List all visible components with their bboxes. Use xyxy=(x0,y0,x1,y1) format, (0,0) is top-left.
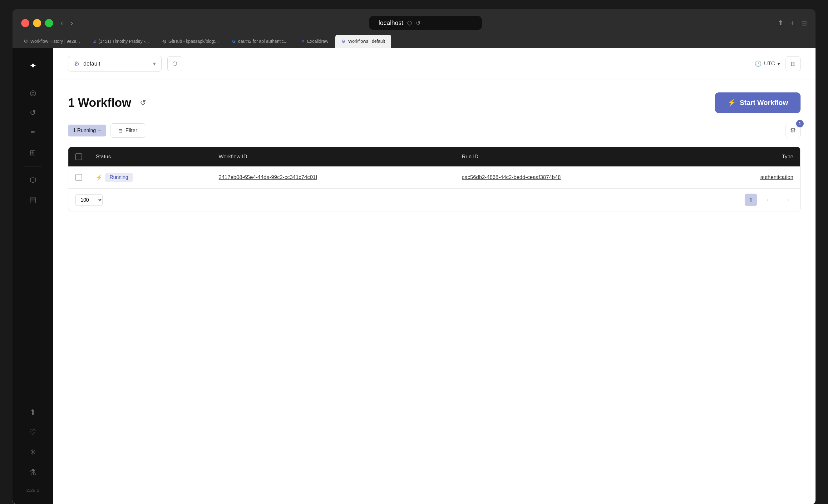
tab-icon-github: ◎ xyxy=(162,39,166,44)
refresh-button[interactable]: ↺ xyxy=(137,96,149,109)
sidebar-icon-history[interactable]: ↺ xyxy=(24,104,42,122)
tab-label-workflows-default: Workflows | default xyxy=(348,39,385,44)
translate-icon: ⬡ xyxy=(407,20,412,27)
sidebar-icon-list[interactable]: ≡ xyxy=(24,124,42,142)
sidebar-icon-layers[interactable]: ⊞ xyxy=(24,144,42,162)
row-status-dash: – xyxy=(136,174,139,181)
calendar-icon-btn[interactable]: ⊞ xyxy=(786,56,800,71)
running-badge[interactable]: 1 Running – xyxy=(68,125,106,136)
sidebar-icon-logo[interactable]: ✦ xyxy=(24,56,42,75)
nav-back-icon[interactable]: ‹ xyxy=(60,19,63,28)
row-type-cell[interactable]: authentication xyxy=(699,166,800,188)
sidebar: ✦ ◎ ↺ ≡ ⊞ ⬡ ▤ ⬆ ♡ ✳ ⚗ 2.28.0 xyxy=(12,48,53,504)
filter-label: Filter xyxy=(126,127,137,134)
tabs-bar: ⚙ Workflow History | 9e2e... Z (1451) Ti… xyxy=(12,35,816,48)
address-bar[interactable]: localhost ⬡ ↺ xyxy=(369,16,482,30)
sidebar-icon-archive[interactable]: ▤ xyxy=(24,191,42,209)
page-content: 1 Workflow ↺ ⚡ Start Workflow 1 Running … xyxy=(53,80,816,504)
col-workflow-id-header: Workflow ID xyxy=(212,147,455,166)
tab-icon-workflow-history: ⚙ xyxy=(24,38,28,44)
tab-timothy-pratley[interactable]: Z (1451) Timothy Pratley -... xyxy=(87,35,155,48)
timezone-label: UTC xyxy=(764,60,775,67)
sidebar-icon-spark[interactable]: ✳ xyxy=(24,443,42,461)
col-run-id-header: Run ID xyxy=(455,147,699,166)
traffic-light-red[interactable] xyxy=(21,19,29,27)
content-area: ⚙ default ▾ ⬡ 🕐 UTC ▾ ⊞ 1 Workflo xyxy=(53,48,816,504)
tab-label-timothy: (1451) Timothy Pratley -... xyxy=(99,39,149,44)
pagination-next-button[interactable]: → xyxy=(781,194,793,206)
sidebar-icon-upload[interactable]: ⬆ xyxy=(24,403,42,421)
namespace-chevron-icon: ▾ xyxy=(153,60,156,67)
toolbar-right: ⬆ + ⊞ xyxy=(778,19,807,27)
timezone-chevron-icon: ▾ xyxy=(777,61,780,67)
namespace-selector[interactable]: ⚙ default ▾ xyxy=(68,56,162,72)
tab-oauth2[interactable]: G oauth2 for api authentic... xyxy=(226,35,294,48)
sidebar-icon-eye[interactable]: ◎ xyxy=(24,84,42,102)
col-status-header: Status xyxy=(89,147,212,166)
tab-icon-timothy: Z xyxy=(93,39,96,44)
tab-label-excalidraw: Excalidraw xyxy=(307,39,328,44)
sidebar-icon-heart[interactable]: ♡ xyxy=(24,423,42,441)
page-number-1-button[interactable]: 1 xyxy=(745,194,757,206)
start-workflow-button[interactable]: ⚡ Start Workflow xyxy=(715,92,800,113)
workflow-id-link[interactable]: 2417eb08-65e4-44da-99c2-cc341c74c01f xyxy=(218,174,317,180)
sidebar-icon-flask[interactable]: ⚗ xyxy=(24,463,42,481)
row-lightning-icon: ⚡ xyxy=(96,174,103,181)
tab-workflow-history[interactable]: ⚙ Workflow History | 9e2e... xyxy=(17,35,86,48)
external-link-button[interactable]: ⬡ xyxy=(167,56,182,71)
page-title: 1 Workflow xyxy=(68,96,131,110)
filter-button[interactable]: ⊟ Filter xyxy=(111,123,145,138)
namespace-name: default xyxy=(83,60,149,67)
type-link[interactable]: authentication xyxy=(760,174,793,180)
new-tab-icon[interactable]: + xyxy=(790,19,794,27)
table-row: ⚡ Running – 2417eb08-65e4-44da-99c2-cc34… xyxy=(68,166,800,188)
tab-icon-oauth2: G xyxy=(232,39,236,44)
traffic-light-green[interactable] xyxy=(45,19,53,27)
table-header-row: Status Workflow ID Run ID Type xyxy=(68,147,800,166)
workflow-table: Status Workflow ID Run ID Type xyxy=(68,147,800,211)
start-workflow-lightning-icon: ⚡ xyxy=(728,99,736,107)
filter-row: 1 Running – ⊟ Filter ⚙ 1 xyxy=(68,123,800,138)
row-status-badge: Running xyxy=(105,173,133,182)
traffic-lights xyxy=(21,19,53,27)
tab-grid-icon[interactable]: ⊞ xyxy=(801,19,807,27)
col-type-header: Type xyxy=(699,147,800,166)
filter-icon: ⊟ xyxy=(118,128,122,134)
tab-workflows-default[interactable]: ⚙ Workflows | default xyxy=(335,35,391,48)
title-bar: ‹ › localhost ⬡ ↺ ⬆ + ⊞ xyxy=(12,9,816,35)
row-checkbox-cell xyxy=(68,166,89,188)
refresh-icon[interactable]: ↺ xyxy=(416,20,421,27)
row-checkbox[interactable] xyxy=(75,174,82,181)
page-title-group: 1 Workflow ↺ xyxy=(68,96,149,110)
tab-github[interactable]: ◎ GitHub - kpassapk/blog:... xyxy=(156,35,225,48)
sidebar-icon-box[interactable]: ⬡ xyxy=(24,171,42,189)
main-container: ✦ ◎ ↺ ≡ ⊞ ⬡ ▤ ⬆ ♡ ✳ ⚗ 2.28.0 ⚙ defau xyxy=(12,48,816,504)
traffic-light-yellow[interactable] xyxy=(33,19,41,27)
settings-badge: 1 xyxy=(796,120,804,127)
pagination-row: 100 1 ← → xyxy=(68,188,800,211)
tab-icon-excalidraw: ✕ xyxy=(301,39,305,44)
pagination-prev-button[interactable]: ← xyxy=(763,194,775,206)
tab-label-oauth2: oauth2 for api authentic... xyxy=(238,39,288,44)
pagination-cell: 100 1 ← → xyxy=(68,188,800,211)
row-workflow-id-cell[interactable]: 2417eb08-65e4-44da-99c2-cc341c74c01f xyxy=(212,166,455,188)
tab-excalidraw[interactable]: ✕ Excalidraw xyxy=(295,35,335,48)
namespace-icon: ⚙ xyxy=(74,60,80,68)
per-page-select[interactable]: 100 xyxy=(75,194,103,206)
tab-label-github: GitHub - kpassapk/blog:... xyxy=(169,39,219,44)
tab-icon-workflows-default: ⚙ xyxy=(341,39,346,44)
top-bar: ⚙ default ▾ ⬡ 🕐 UTC ▾ ⊞ xyxy=(53,48,816,80)
row-run-id-cell[interactable]: cac56db2-4868-44c2-bedd-ceaaf3874b48 xyxy=(455,166,699,188)
timezone-selector[interactable]: 🕐 UTC ▾ xyxy=(755,60,780,67)
nav-forward-icon[interactable]: › xyxy=(71,19,73,28)
address-text: localhost xyxy=(379,19,403,27)
run-id-link[interactable]: cac56db2-4868-44c2-bedd-ceaaf3874b48 xyxy=(462,174,561,180)
sidebar-divider-mid xyxy=(24,166,42,166)
page-header: 1 Workflow ↺ ⚡ Start Workflow xyxy=(68,92,800,113)
select-all-checkbox[interactable] xyxy=(75,153,82,160)
tab-label-workflow-history: Workflow History | 9e2e... xyxy=(30,39,80,44)
share-icon[interactable]: ⬆ xyxy=(778,19,783,27)
running-badge-dash: – xyxy=(98,128,101,133)
start-workflow-label: Start Workflow xyxy=(740,99,788,107)
running-badge-label: 1 Running xyxy=(73,128,96,133)
